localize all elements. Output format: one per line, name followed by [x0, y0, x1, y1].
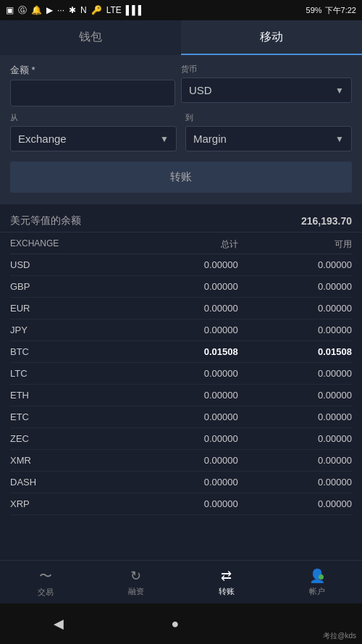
td-currency-5: LTC [10, 368, 124, 379]
td-total-6: 0.00000 [124, 390, 237, 401]
tab-wallet-label: 钱包 [79, 30, 102, 45]
td-currency-10: DASH [10, 477, 124, 488]
tab-wallet[interactable]: 钱包 [0, 20, 181, 55]
table-header: EXCHANGE 总计 可用 [10, 233, 352, 254]
android-home-button[interactable]: ● [172, 616, 180, 632]
android-nav-bar: ◀ ● 考拉@kds [0, 603, 362, 644]
td-currency-7: ETC [10, 411, 124, 422]
td-currency-11: XRP [10, 498, 124, 509]
td-available-11: 0.00000 [238, 498, 352, 509]
to-wrap: 到 Margin ▼ [185, 112, 352, 151]
td-currency-8: ZEC [10, 433, 124, 444]
td-available-10: 0.00000 [238, 477, 352, 488]
status-signal: ▌▌▌ [126, 5, 145, 15]
td-total-11: 0.00000 [124, 498, 237, 509]
currency-select[interactable]: USD ▼ [181, 78, 352, 103]
status-icon-nfc: N [80, 5, 87, 15]
funding-icon: ↻ [130, 568, 141, 584]
nav-trade[interactable]: 〜 交易 [0, 561, 90, 603]
nav-account[interactable]: 👤 帐户 [272, 561, 362, 603]
nav-account-label: 帐户 [309, 586, 325, 597]
status-icon-bell: 🔔 [31, 5, 42, 15]
amount-field-wrap: 金额 * [10, 64, 181, 106]
td-total-8: 0.00000 [124, 433, 237, 444]
td-total-3: 0.00000 [124, 325, 237, 335]
td-available-6: 0.00000 [238, 390, 352, 401]
currency-select-wrap: 货币 USD ▼ [181, 64, 352, 106]
th-exchange: EXCHANGE [10, 238, 124, 251]
table-row: XRP 0.00000 0.00000 [10, 493, 352, 515]
td-total-0: 0.00000 [124, 259, 237, 270]
currency-value: USD [189, 84, 212, 96]
td-total-9: 0.00000 [124, 455, 237, 466]
table-row: ZEC 0.00000 0.00000 [10, 428, 352, 450]
td-currency-1: GBP [10, 281, 124, 292]
status-time: 下午7:22 [325, 5, 356, 16]
to-select[interactable]: Margin ▼ [185, 126, 352, 151]
from-to-row: 从 Exchange ▼ 到 Margin ▼ [10, 112, 352, 151]
table-row: EUR 0.00000 0.00000 [10, 298, 352, 319]
to-arrow-icon: ▼ [335, 134, 344, 144]
from-select[interactable]: Exchange ▼ [10, 126, 177, 151]
td-total-2: 0.00000 [124, 303, 237, 314]
td-available-9: 0.00000 [238, 455, 352, 466]
to-label: 到 [185, 112, 352, 123]
balance-section: 美元等值的余额 216,193.70 [0, 204, 362, 233]
td-available-1: 0.00000 [238, 281, 352, 292]
th-available: 可用 [238, 238, 352, 251]
td-total-10: 0.00000 [124, 477, 237, 488]
th-total: 总计 [124, 238, 237, 251]
status-bar: ▣ Ⓖ 🔔 ▶ ··· ✱ N 🔑 LTE ▌▌▌ 59% 下午7:22 [0, 0, 362, 20]
account-online-dot [319, 574, 324, 580]
table-row: ETC 0.00000 0.00000 [10, 406, 352, 428]
branding-text: 考拉@kds [323, 631, 356, 641]
table-row: JPY 0.00000 0.00000 [10, 319, 352, 341]
td-total-1: 0.00000 [124, 281, 237, 292]
table-body: USD 0.00000 0.00000 GBP 0.00000 0.00000 … [10, 254, 352, 515]
table-row: DASH 0.00000 0.00000 [10, 472, 352, 493]
td-total-5: 0.00000 [124, 368, 237, 379]
td-available-8: 0.00000 [238, 433, 352, 444]
balance-value: 216,193.70 [301, 215, 352, 227]
nav-transfer[interactable]: ⇄ 转账 [181, 561, 272, 603]
android-back-button[interactable]: ◀ [54, 616, 64, 632]
nav-trade-label: 交易 [38, 587, 54, 598]
td-currency-2: EUR [10, 303, 124, 314]
amount-label: 金额 * [10, 64, 175, 77]
tab-move[interactable]: 移动 [181, 20, 362, 55]
status-battery: 59% [306, 6, 322, 14]
transfer-icon: ⇄ [221, 568, 232, 584]
td-currency-0: USD [10, 259, 124, 270]
table-row: GBP 0.00000 0.00000 [10, 276, 352, 298]
td-available-0: 0.00000 [238, 259, 352, 270]
td-available-3: 0.00000 [238, 325, 352, 335]
currency-field-label: 货币 [181, 64, 352, 75]
from-arrow-icon: ▼ [160, 134, 169, 144]
nav-funding[interactable]: ↻ 融资 [90, 561, 181, 603]
amount-input[interactable] [10, 80, 175, 106]
table-row: LTC 0.00000 0.00000 [10, 363, 352, 385]
table-row: ETH 0.00000 0.00000 [10, 385, 352, 406]
exchange-table: EXCHANGE 总计 可用 USD 0.00000 0.00000 GBP 0… [0, 233, 362, 539]
transfer-form: 金额 * 货币 USD ▼ 从 Exchange ▼ 到 Margin ▼ [0, 55, 362, 204]
td-total-7: 0.00000 [124, 411, 237, 422]
trade-icon: 〜 [39, 567, 52, 585]
td-available-4: 0.01508 [238, 346, 352, 357]
status-icon-play: ▶ [46, 5, 53, 15]
status-lte: LTE [106, 5, 122, 15]
status-icon-key: 🔑 [91, 5, 102, 15]
currency-arrow-icon: ▼ [335, 85, 344, 96]
td-currency-6: ETH [10, 390, 124, 401]
currency-row: 金额 * 货币 USD ▼ [10, 64, 352, 106]
bottom-nav: 〜 交易 ↻ 融资 ⇄ 转账 👤 帐户 [0, 560, 362, 603]
balance-label: 美元等值的余额 [10, 214, 81, 227]
status-dots: ··· [57, 5, 64, 15]
from-wrap: 从 Exchange ▼ [10, 112, 177, 151]
status-icon-menu: ▣ [6, 5, 14, 15]
table-row: BTC 0.01508 0.01508 [10, 341, 352, 363]
transfer-btn-wrap: 转账 [10, 162, 352, 193]
tab-move-label: 移动 [260, 30, 283, 45]
td-available-5: 0.00000 [238, 368, 352, 379]
nav-funding-label: 融资 [128, 586, 144, 597]
transfer-button[interactable]: 转账 [10, 162, 352, 193]
